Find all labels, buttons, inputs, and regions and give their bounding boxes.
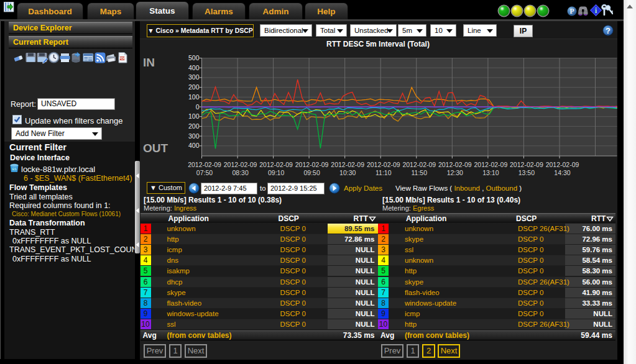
svg-text:100: 100	[188, 112, 200, 120]
svg-text:300: 300	[188, 73, 200, 81]
svg-text:PDF: PDF	[119, 57, 126, 60]
svg-text:2012-02-09: 2012-02-09	[510, 161, 543, 168]
svg-text:13:10: 13:10	[482, 169, 499, 176]
svg-text:13:50: 13:50	[518, 169, 535, 176]
svg-text:400: 400	[188, 64, 200, 71]
svg-text:07:50: 07:50	[196, 169, 213, 176]
svg-text:2012-02-09: 2012-02-09	[438, 161, 472, 168]
svg-text:P: P	[569, 7, 574, 16]
svg-text:200: 200	[188, 83, 200, 91]
svg-text:11:50: 11:50	[412, 169, 428, 176]
svg-text:2012-02-09: 2012-02-09	[402, 161, 436, 168]
svg-text:?: ?	[606, 26, 611, 35]
svg-text:12:30: 12:30	[447, 169, 463, 176]
svg-text:500: 500	[188, 54, 200, 61]
svg-text:2012-02-09: 2012-02-09	[331, 161, 364, 168]
svg-text:10:30: 10:30	[339, 169, 356, 176]
svg-text:2012-02-09: 2012-02-09	[188, 161, 221, 168]
svg-text:100: 100	[188, 93, 200, 101]
svg-text:09:50: 09:50	[303, 169, 320, 176]
svg-text:300: 300	[188, 132, 200, 140]
svg-text:14:30: 14:30	[554, 169, 570, 176]
svg-text:2012-02-09: 2012-02-09	[259, 161, 293, 168]
svg-text:200: 200	[188, 122, 200, 130]
svg-text:09:10: 09:10	[268, 169, 284, 176]
svg-text:0: 0	[196, 103, 200, 111]
svg-text:2012-02-09: 2012-02-09	[224, 161, 257, 168]
svg-text:11:10: 11:10	[376, 169, 392, 176]
svg-text:i: i	[595, 6, 597, 15]
svg-text:2012-02-09: 2012-02-09	[546, 161, 579, 168]
svg-text:ES: ES	[12, 167, 17, 171]
svg-text:400: 400	[188, 142, 200, 149]
svg-text:2012-02-09: 2012-02-09	[367, 161, 400, 168]
svg-text:08:30: 08:30	[232, 169, 248, 176]
svg-text:2012-02-09: 2012-02-09	[474, 161, 508, 168]
svg-text:2012-02-09: 2012-02-09	[295, 161, 329, 168]
